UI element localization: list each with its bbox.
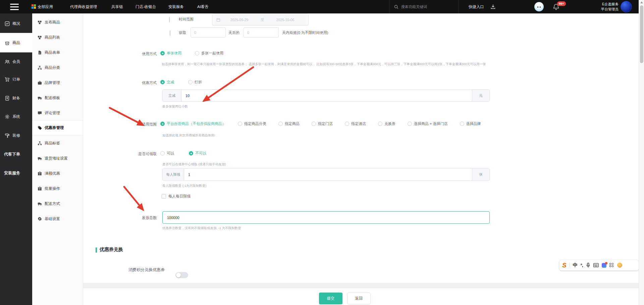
ime-toolbox-grid-icon[interactable] (609, 263, 614, 268)
nav-agent-revenue[interactable]: 代理商收益管理 (70, 0, 97, 13)
submenu-full-discount[interactable]: 满额优惠 (32, 166, 83, 181)
claim-limit-group: 每人限领 张 (162, 168, 490, 181)
system-gear-icon (4, 114, 10, 120)
page-scrollbar[interactable] (639, 0, 644, 305)
quick-entry-link[interactable]: 快捷入口 (469, 0, 484, 13)
submenu-delivery-method[interactable]: 配送方式 (32, 196, 83, 211)
claim-limit-input[interactable] (184, 169, 472, 180)
scope-option-category[interactable]: 指定商品分类 (238, 121, 266, 126)
scope-option-goods[interactable]: 指定商品 (278, 121, 300, 126)
daily-limit-checkbox[interactable] (162, 194, 166, 199)
microphone-icon[interactable] (586, 263, 590, 268)
claim-option-yes[interactable]: 可以 (160, 151, 174, 156)
sidebar-item-members[interactable]: 会员 (0, 52, 32, 71)
scrollbar-up-arrow-icon[interactable] (640, 1, 643, 3)
scope-option-brand[interactable]: 选择品牌 (460, 121, 481, 126)
sidebar-item-system[interactable]: 系统 (0, 107, 32, 126)
main-sidebar: 概况 商品 会员 订单 财务 系统 装修 代客下单 安装服务 (0, 13, 32, 305)
acquire-days-radio[interactable] (170, 30, 170, 36)
total-hint: 优惠券总数量，没有则不能领取或发放, -1 为不限制数量 (162, 226, 241, 230)
user-info[interactable]: E企盈服务 平台管理员 (590, 2, 619, 12)
submenu-comment-management[interactable]: 评论管理 (32, 105, 83, 121)
settings-gear-icon (38, 217, 42, 221)
nav-all-apps[interactable]: 全部应用 (38, 0, 53, 13)
submenu-label: 优惠券管理 (45, 125, 64, 130)
radio-icon (160, 51, 165, 55)
discount-amount-input[interactable] (181, 90, 472, 101)
submenu-coupon-management[interactable]: 优惠券管理 (32, 120, 83, 135)
back-button[interactable]: 返回 (347, 293, 371, 304)
claim-limit-prefix: 每人限领 (163, 169, 184, 180)
ime-skin-icon[interactable] (602, 263, 606, 268)
scope-option-store[interactable]: 指定门店 (312, 121, 333, 126)
sidebar-label: 概况 (12, 21, 20, 26)
submit-button[interactable]: 提交 (319, 293, 342, 304)
submenu-goods-tags[interactable]: 商品标签 (32, 136, 83, 151)
sidebar-item-orders[interactable]: 订单 (0, 70, 32, 89)
date-range-picker[interactable]: 2025-09-29 至 2025-10-06 (212, 14, 309, 26)
total-input[interactable] (163, 216, 489, 220)
scope-option-goods-plus-store[interactable]: 选择商品 + 选择门店 (408, 121, 448, 126)
submenu-label: 发布商品 (45, 20, 60, 25)
truck-icon (38, 156, 42, 161)
discount-option-reduce[interactable]: 立减 (160, 80, 174, 85)
nav-share-chain[interactable]: 共享链 (111, 0, 123, 13)
sidebar-item-finance[interactable]: 财务 (0, 89, 32, 107)
discount-option-percent[interactable]: 打折 (188, 80, 202, 85)
acquire-days-after-input[interactable] (191, 27, 226, 38)
usage-option-multiple[interactable]: 多张一起使用 (195, 51, 223, 56)
download-icon[interactable] (490, 4, 496, 9)
user-avatar[interactable] (621, 1, 632, 12)
navbar-search[interactable] (389, 0, 459, 13)
nav-install-service[interactable]: 安装服务 (168, 0, 184, 13)
ai-assistant-icon[interactable] (534, 2, 544, 11)
scope-option-voucher[interactable]: 兑换券 (378, 121, 395, 126)
coupon-tag-icon (38, 126, 42, 130)
submenu-goods-list[interactable]: 商品列表 (32, 30, 83, 45)
ime-emoji-icon[interactable] (617, 263, 622, 268)
usage-option-single[interactable]: 单张使用 (160, 51, 181, 56)
keyboard-icon[interactable] (593, 263, 599, 267)
submenu-goods-category[interactable]: 商品分类 (32, 60, 83, 75)
hamburger-menu-icon[interactable] (10, 4, 19, 12)
sidebar-item-goods[interactable]: 商品 (0, 33, 32, 52)
search-input[interactable] (401, 5, 451, 9)
claim-option-no[interactable]: 不可以 (189, 151, 206, 156)
daily-limit-row: 每人每日限领 (162, 194, 191, 199)
app-screen: 全部应用 代理商收益管理 共享链 门店-收银台 安装服务 AI看舌 快捷入口 9… (0, 0, 644, 305)
ime-divider (570, 263, 570, 268)
end-date: 2025-10-06 (266, 18, 304, 22)
top-navbar: 全部应用 代理商收益管理 共享链 门店-收银台 安装服务 AI看舌 快捷入口 9… (0, 0, 644, 13)
sidebar-item-valet-order[interactable]: 代客下单 (0, 145, 32, 164)
submenu-return-address[interactable]: 退货地址设置 (32, 151, 83, 166)
radio-icon (345, 122, 349, 126)
submenu-label: 配送方式 (45, 201, 60, 206)
submenu-batch-operation[interactable]: 批量操作 (32, 181, 83, 196)
ime-punctuation-icon[interactable]: °, (581, 263, 583, 268)
sogou-logo-icon[interactable]: S (562, 262, 567, 268)
goods-icon (4, 40, 10, 46)
file-icon (38, 50, 42, 55)
claim-hint: 是否可以在领券中心领取 (或者只能手动发放) (162, 162, 226, 167)
sidebar-item-install-service[interactable]: 安装服务 (0, 164, 32, 182)
scope-option-platform-self[interactable]: 平台自营商品（不包含供应商商品） (160, 121, 226, 126)
submenu-brand-management[interactable]: 品牌管理 (32, 75, 83, 90)
ime-chinese-mode[interactable]: 中 (573, 262, 578, 268)
nav-ai-tongue[interactable]: AI看舌 (197, 0, 209, 13)
scrollbar-thumb[interactable] (640, 5, 643, 63)
discount-amount-group: 立减 元 (162, 89, 490, 102)
sidebar-item-decorate[interactable]: 装修 (0, 126, 32, 145)
submenu-publish-goods[interactable]: 发布商品 (32, 15, 83, 30)
claim-limit-unit: 张 (472, 169, 489, 180)
submenu-basic-settings[interactable]: 基础设置 (32, 211, 83, 226)
submenu-delivery-template[interactable]: 配送模板 (32, 90, 83, 105)
sidebar-item-overview[interactable]: 概况 (0, 14, 32, 33)
submenu-goods-form[interactable]: 商品表单 (32, 45, 83, 60)
acquire-valid-days-input[interactable] (244, 27, 279, 38)
nav-store-cashier[interactable]: 门店-收银台 (136, 0, 156, 13)
submenu-label: 商品列表 (45, 35, 60, 40)
scope-option-hotel[interactable]: 指定酒店 (345, 121, 366, 126)
points-exchange-toggle[interactable] (175, 272, 188, 278)
overview-icon (4, 21, 10, 27)
time-range-radio[interactable] (169, 16, 170, 23)
